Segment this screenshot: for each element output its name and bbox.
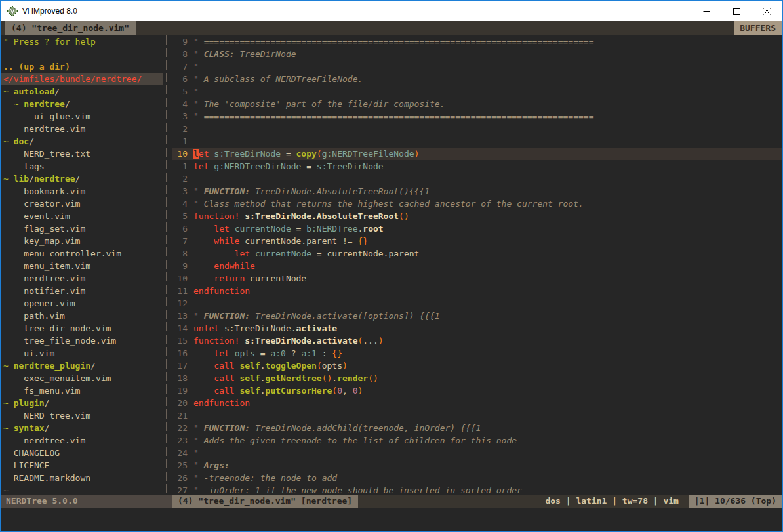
line-number: 27 [172,484,188,495]
tree-item[interactable]: nerdtree.vim [3,272,163,285]
code-line[interactable]: 19 call self.putCursorHere(0, 0) [172,384,782,397]
code-line[interactable]: 23" Adds the given treenode to the list … [172,434,782,447]
code-line[interactable]: 2 [172,173,782,185]
code-line[interactable]: 8 let currentNode = currentNode.parent [172,247,782,260]
code-line[interactable]: 3" =====================================… [172,110,782,123]
tree-item[interactable]: tags [3,160,163,173]
tree-item[interactable]: opener.vim [3,297,163,310]
tree-item[interactable]: ~ lib/nerdtree/ [3,173,163,185]
syntax-segment: 0 [337,386,342,396]
code-line[interactable]: 12 [172,297,782,310]
tree-item[interactable]: menu_controller.vim [3,247,163,260]
tree-item[interactable]: key_map.vim [3,235,163,247]
code-line[interactable]: 4" The 'composite' part of the file/dir … [172,98,782,110]
tree-item[interactable]: path.vim [3,310,163,322]
syntax-segment: () [368,373,378,383]
tree-item[interactable]: .. (up a dir) [3,60,163,73]
line-number: 26 [172,472,188,484]
syntax-segment: call [214,361,234,371]
tree-item[interactable]: creator.vim [3,197,163,210]
code-line-current[interactable]: 10let s:TreeDirNode = copy(g:NERDTreeFil… [172,148,782,160]
tree-item[interactable]: nerdtree.vim [3,123,163,135]
code-line[interactable]: 20endfunction [172,397,782,409]
editor-pane[interactable]: 9" =====================================… [172,35,782,495]
tree-item[interactable]: notifier.vim [3,285,163,297]
tree-item[interactable]: ~ autoload/ [3,85,163,98]
line-number: 20 [172,397,188,409]
syntax-segment [193,386,214,396]
tree-item[interactable]: event.vim [3,210,163,222]
tree-item[interactable]: tree_dir_node.vim [3,322,163,335]
tree-item[interactable]: ~ nerdtree_plugin/ [3,359,163,372]
code-line[interactable]: 6 let currentNode = b:NERDTree.root [172,222,782,235]
tree-item[interactable]: LICENCE [3,459,163,472]
code-line[interactable]: 24" [172,447,782,459]
tree-item[interactable]: ~ nerdtree/ [3,98,163,110]
tree-item[interactable]: ~ syntax/ [3,422,163,434]
tree-item[interactable]: ui.vim [3,347,163,359]
tree-item[interactable]: NERD_tree.txt [3,148,163,160]
code-line[interactable]: 16 let opts = a:0 ? a:1 : {} [172,347,782,359]
syntax-segment: " [193,62,199,72]
tree-item[interactable]: ~ plugin/ [3,397,163,409]
tree-item[interactable]: " Press ? for help [3,35,163,48]
tree-item[interactable]: ~ [3,484,163,495]
tab-tree-dir-node[interactable]: (4) "tree_dir_node.vim" [5,21,136,35]
code-line[interactable]: 5" [172,85,782,98]
close-button[interactable] [752,1,782,21]
tree-item[interactable]: CHANGELOG [3,447,163,459]
tree-item[interactable]: exec_menuitem.vim [3,372,163,384]
tree-item[interactable]: flag_set.vim [3,222,163,235]
code-line[interactable]: 21 [172,409,782,422]
syntax-segment: nerdtree [34,174,75,184]
tree-item[interactable]: ui_glue.vim [3,110,163,123]
tree-item[interactable]: tree_file_node.vim [3,335,163,347]
code-line[interactable]: 1 [172,135,782,148]
code-line[interactable]: 17 call self.toggleOpen(opts) [172,359,782,372]
code-line[interactable]: 14unlet s:TreeDirNode.activate [172,322,782,335]
tree-item[interactable]: menu_item.vim [3,260,163,272]
line-number: 5 [172,85,188,98]
code-line[interactable]: 27" -inOrder: 1 if the new node should b… [172,484,782,495]
code-line[interactable]: 18 call self.getNerdtree().render() [172,372,782,384]
command-line[interactable] [1,508,782,531]
maximize-button[interactable] [721,1,752,21]
code-line[interactable]: 7" [172,60,782,73]
syntax-segment [193,274,214,283]
code-line[interactable]: 6" A subclass of NERDTreeFileNode. [172,73,782,85]
syntax-segment: s:TreeDirNode [214,149,281,159]
tree-item[interactable]: nerdtree.vim [3,434,163,447]
tree-item[interactable]: NERD_tree.vim [3,409,163,422]
code-line[interactable]: 15function! s:TreeDirNode.activate(...) [172,335,782,347]
tree-item[interactable]: ~ doc/ [3,135,163,148]
minimize-button[interactable] [691,1,721,21]
syntax-segment: creator.vim [3,199,80,209]
line-number: 1 [172,135,188,148]
buffers-label[interactable]: BUFFERS [734,21,782,35]
statusline-format-info: dos | latin1 | tw=78 | vim [358,495,689,508]
code-line[interactable]: 7 while currentNode.parent != {} [172,235,782,247]
tree-item[interactable]: bookmark.vim [3,185,163,197]
code-line[interactable]: 22" FUNCTION: TreeDirNode.addChild(treen… [172,422,782,434]
code-line[interactable]: 26" -treenode: the node to add [172,472,782,484]
tree-root-path[interactable]: </vimfiles/bundle/nerdtree/ [1,73,163,85]
code-line[interactable]: 10 return currentNode [172,272,782,285]
syntax-segment: endfunction [193,286,250,296]
tree-item[interactable]: README.markdown [3,472,163,484]
code-line[interactable]: 1let g:NERDTreeDirNode = s:TreeDirNode [172,160,782,173]
code-line[interactable]: 25" Args: [172,459,782,472]
window-split-separator[interactable] [163,35,172,495]
tree-item[interactable]: fs_menu.vim [3,384,163,397]
syntax-segment: ( [317,149,322,159]
syntax-segment: " [193,460,204,470]
code-line[interactable]: 8" CLASS: TreeDirNode [172,48,782,60]
code-line[interactable]: 4" Class method that returns the highest… [172,197,782,210]
code-line[interactable]: 9 endwhile [172,260,782,272]
code-line[interactable]: 5function! s:TreeDirNode.AbsoluteTreeRoo… [172,210,782,222]
code-line[interactable]: 13" FUNCTION: TreeDirNode.activate([opti… [172,310,782,322]
code-line[interactable]: 9" =====================================… [172,35,782,48]
code-line[interactable]: 2 [172,123,782,135]
code-line[interactable]: 3" FUNCTION: TreeDirNode.AbsoluteTreeRoo… [172,185,782,197]
code-line[interactable]: 11endfunction [172,285,782,297]
syntax-segment: syntax [14,423,45,433]
